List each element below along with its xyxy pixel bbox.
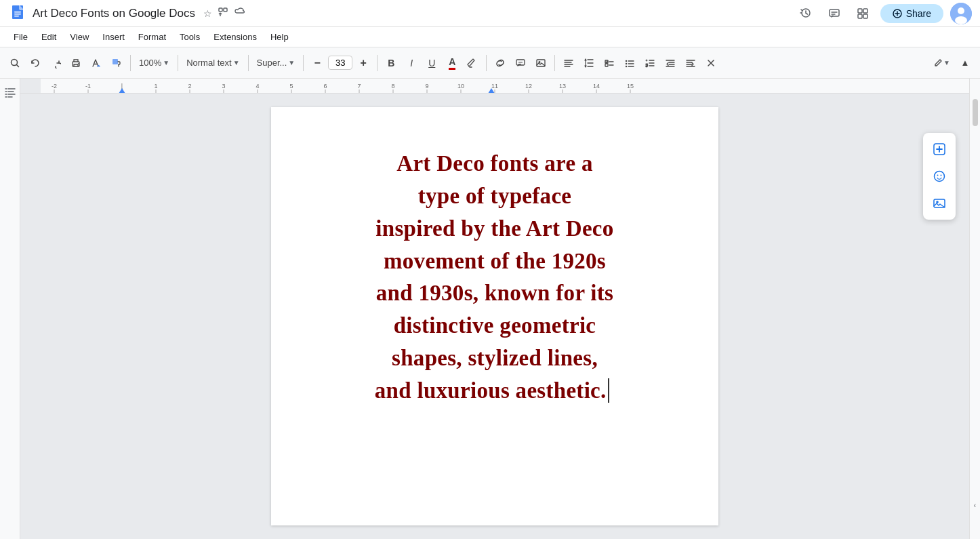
svg-rect-5	[224, 8, 227, 12]
bullet-list-button[interactable]	[620, 52, 639, 74]
left-panel	[0, 79, 20, 539]
document-page: Art Deco fonts are atype of typefaceinsp…	[271, 107, 718, 525]
document-text: Art Deco fonts are atype of typefaceinsp…	[325, 148, 664, 407]
star-icon[interactable]: ☆	[203, 8, 212, 19]
spellcheck-button[interactable]	[87, 52, 106, 74]
cloud-icon[interactable]	[234, 7, 246, 19]
svg-point-68	[937, 175, 939, 176]
line-spacing-button[interactable]	[579, 52, 598, 74]
clear-formatting-button[interactable]	[701, 52, 720, 74]
svg-text:1: 1	[154, 83, 157, 89]
align-button[interactable]	[559, 52, 578, 74]
numbered-list-button[interactable]	[640, 52, 659, 74]
avatar[interactable]	[950, 3, 972, 24]
svg-text:13: 13	[559, 83, 566, 89]
toolbar: 100% ▼ Normal text ▼ Super... ▼ − + B I …	[0, 47, 980, 79]
menu-bar: File Edit View Insert Format Tools Exten…	[0, 27, 980, 47]
menu-view[interactable]: View	[64, 30, 94, 44]
right-panel: ‹	[969, 79, 980, 539]
svg-rect-18	[113, 59, 118, 64]
svg-text:11: 11	[491, 83, 498, 89]
undo-button[interactable]	[26, 52, 45, 74]
svg-text:8: 8	[391, 83, 394, 89]
menu-file[interactable]: File	[8, 30, 33, 44]
underline-button[interactable]: U	[422, 52, 441, 74]
svg-rect-7	[858, 9, 862, 13]
separator-1	[130, 55, 131, 71]
svg-text:-1: -1	[85, 83, 91, 89]
svg-point-24	[626, 60, 627, 61]
add-comment-button[interactable]	[511, 52, 530, 74]
separator-3	[248, 55, 249, 71]
menu-help[interactable]: Help	[265, 30, 294, 44]
document-area: -2 -1 | 1 2 3 4 5	[20, 79, 969, 539]
float-image-button[interactable]	[927, 191, 952, 216]
docs-logo	[8, 4, 27, 23]
italic-button[interactable]: I	[402, 52, 421, 74]
svg-text:9: 9	[425, 83, 428, 89]
float-add-button[interactable]	[927, 137, 952, 161]
indent-decrease-button[interactable]	[661, 52, 680, 74]
menu-tools[interactable]: Tools	[174, 30, 205, 44]
menu-edit[interactable]: Edit	[36, 30, 62, 44]
svg-point-14	[955, 16, 967, 24]
view-toggle-icon[interactable]	[852, 3, 874, 24]
bold-button[interactable]: B	[382, 52, 401, 74]
menu-insert[interactable]: Insert	[97, 30, 130, 44]
svg-text:12: 12	[525, 83, 532, 89]
svg-rect-1	[14, 12, 21, 13]
svg-rect-23	[605, 64, 608, 66]
ruler-svg: -2 -1 | 1 2 3 4 5	[41, 79, 969, 93]
decrease-font-size-button[interactable]: −	[308, 52, 327, 74]
main-container: -2 -1 | 1 2 3 4 5	[0, 79, 980, 539]
font-dropdown[interactable]: Super... ▼	[253, 52, 300, 74]
increase-font-size-button[interactable]: +	[354, 52, 373, 74]
search-button[interactable]	[5, 52, 24, 74]
svg-rect-4	[219, 8, 222, 12]
svg-text:6: 6	[323, 83, 327, 89]
zoom-dropdown[interactable]: 100% ▼	[135, 52, 173, 74]
document-content[interactable]: Art Deco fonts are atype of typefaceinsp…	[325, 148, 664, 407]
title-actions: Share	[795, 3, 972, 24]
scrollbar-thumb[interactable]	[973, 99, 978, 126]
link-button[interactable]	[491, 52, 510, 74]
separator-5	[377, 55, 377, 71]
menu-format[interactable]: Format	[133, 30, 171, 44]
svg-text:4: 4	[256, 83, 259, 89]
svg-rect-10	[863, 14, 867, 18]
svg-rect-2	[14, 14, 21, 15]
svg-text:14: 14	[593, 83, 600, 89]
share-button[interactable]: Share	[880, 4, 943, 23]
checklist-button[interactable]	[600, 52, 619, 74]
text-color-button[interactable]: A	[443, 52, 462, 74]
svg-text:2: 2	[188, 83, 191, 89]
svg-point-71	[936, 201, 939, 203]
indent-increase-button[interactable]	[681, 52, 700, 74]
print-button[interactable]	[66, 52, 85, 74]
separator-6	[486, 55, 487, 71]
highlight-button[interactable]	[463, 52, 482, 74]
style-dropdown[interactable]: Normal text ▼	[182, 52, 243, 74]
font-size-input[interactable]	[328, 56, 352, 70]
document-title: Art Deco Fonts on Google Docs	[33, 7, 195, 20]
comments-icon[interactable]	[823, 3, 845, 24]
redo-button[interactable]	[46, 52, 65, 74]
svg-point-25	[626, 62, 627, 64]
history-icon[interactable]	[795, 3, 817, 24]
svg-point-69	[941, 175, 942, 176]
svg-point-17	[78, 62, 79, 64]
move-icon[interactable]	[218, 7, 228, 20]
svg-rect-8	[863, 9, 867, 13]
insert-image-button[interactable]	[531, 52, 550, 74]
svg-text:3: 3	[222, 83, 225, 89]
collapse-toolbar-button[interactable]: ▲	[956, 52, 975, 74]
svg-marker-64	[119, 88, 125, 93]
edit-pen-button[interactable]: ▼	[928, 52, 954, 74]
svg-rect-20	[537, 60, 545, 66]
svg-rect-6	[830, 9, 839, 16]
menu-extensions[interactable]: Extensions	[208, 30, 262, 44]
paint-format-button[interactable]	[107, 52, 126, 74]
outline-icon[interactable]	[4, 87, 16, 102]
float-emoji-button[interactable]	[927, 164, 952, 188]
expand-sidebar-button[interactable]: ‹	[970, 498, 981, 512]
